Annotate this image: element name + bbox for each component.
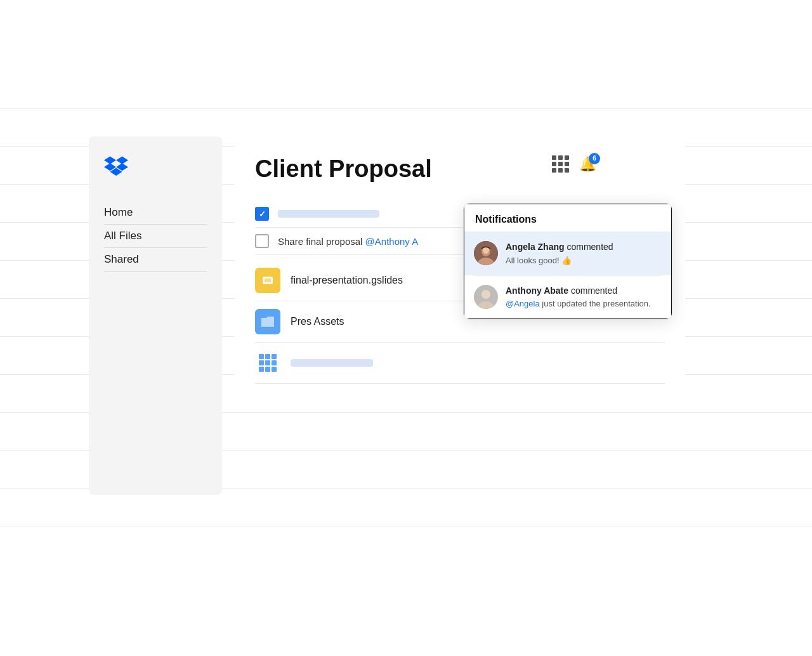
slides-icon	[255, 268, 280, 293]
page-title: Client Proposal	[255, 155, 665, 183]
notif-action-anthony: commented	[568, 285, 617, 296]
mini-grid	[259, 354, 277, 372]
sidebar-item-shared[interactable]: Shared	[104, 249, 207, 270]
checklist-text-2: Share final proposal @Anthony A	[278, 236, 418, 247]
notif-body-anthony: @Angela just updated the presentation.	[506, 298, 662, 310]
file-name-slides: final-presentation.gslides	[291, 275, 403, 286]
notification-badge: 6	[589, 153, 600, 164]
anthony-avatar-svg	[474, 285, 498, 309]
notif-title-1: Angela Zhang commented	[506, 241, 662, 254]
notification-item-1[interactable]: Angela Zhang commented All looks good! 👍	[464, 232, 672, 275]
notifications-panel: Notifications Angela Zhang commented All…	[463, 203, 672, 320]
notif-action-angela: commented	[565, 242, 613, 252]
grid-file-icon	[255, 350, 280, 376]
notif-user-angela: Angela Zhang	[506, 242, 565, 252]
sidebar-nav: Home All Files Shared	[104, 202, 207, 273]
slides-svg	[261, 273, 275, 287]
file-placeholder	[291, 359, 373, 367]
notif-content-2: Anthony Abate commented @Angela just upd…	[506, 285, 662, 310]
svg-rect-6	[265, 279, 271, 282]
nav-divider	[104, 271, 207, 272]
folder-svg	[260, 315, 275, 328]
notif-user-anthony: Anthony Abate	[506, 285, 568, 296]
notifications-header: Notifications	[464, 204, 672, 232]
apps-button[interactable]	[552, 155, 569, 173]
toolbar: 🔔 6	[552, 155, 596, 173]
checklist-label: Share final proposal	[278, 236, 365, 247]
svg-marker-1	[116, 157, 128, 164]
notif-title-2: Anthony Abate commented	[506, 285, 662, 298]
checkbox-1[interactable]	[255, 207, 269, 221]
nav-divider	[104, 224, 207, 225]
notif-body-angela: All looks good! 👍	[506, 255, 662, 266]
bg-line	[0, 108, 812, 108]
notif-content-1: Angela Zhang commented All looks good! 👍	[506, 241, 662, 266]
svg-marker-0	[104, 157, 116, 164]
avatar-anthony	[474, 285, 498, 309]
file-item-grid[interactable]	[255, 343, 665, 384]
grid-dots-icon	[552, 155, 569, 173]
angela-avatar-svg	[474, 241, 498, 265]
checkbox-2[interactable]	[255, 234, 269, 248]
notifications-button[interactable]: 🔔 6	[579, 156, 596, 173]
file-name-folder: Pres Assets	[291, 316, 344, 327]
folder-icon	[255, 309, 280, 334]
notif-body-rest: just updated the presentation.	[540, 299, 651, 308]
sidebar-item-all-files[interactable]: All Files	[104, 226, 207, 246]
avatar-angela	[474, 241, 498, 265]
checklist-placeholder-1	[278, 210, 379, 218]
notif-mention-angela: @Angela	[506, 299, 540, 308]
sidebar-item-home[interactable]: Home	[104, 202, 207, 223]
dropbox-icon	[104, 155, 128, 180]
svg-point-12	[481, 290, 490, 299]
mention-anthony: @Anthony A	[365, 236, 419, 247]
sidebar: Home All Files Shared	[89, 136, 222, 495]
bg-line	[0, 527, 812, 527]
nav-divider	[104, 247, 207, 248]
notification-item-2[interactable]: Anthony Abate commented @Angela just upd…	[464, 276, 672, 319]
dropbox-logo	[104, 155, 207, 180]
